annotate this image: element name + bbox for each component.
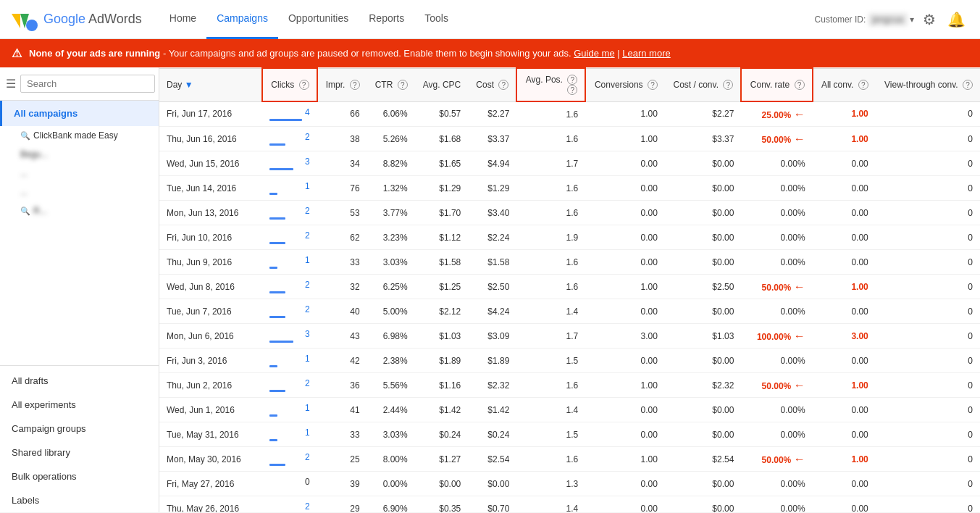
customer-id-value: jengcua xyxy=(868,13,908,26)
cell-ctr: 6.06% xyxy=(367,101,415,127)
cell-view-conv: 0 xyxy=(876,127,980,151)
sidebar-item-bulk-operations[interactable]: Bulk operations xyxy=(0,464,159,488)
cell-all-conv: 0.00 xyxy=(813,201,876,225)
cell-day: Fri, Jun 3, 2016 xyxy=(159,349,262,373)
avg-pos-help-icon[interactable]: ? xyxy=(567,75,577,85)
cell-ctr: 3.03% xyxy=(367,250,415,275)
nav-home[interactable]: Home xyxy=(159,0,206,39)
main-nav: Home Campaigns Opportunities Reports Too… xyxy=(159,0,458,39)
cell-avg-cpc: $1.03 xyxy=(415,324,469,349)
th-view-conv[interactable]: View-through conv. ? xyxy=(876,68,980,101)
table-row: Mon, May 30, 20162258.00%$1.27$2.541.61.… xyxy=(159,447,980,472)
th-avg-cpc[interactable]: Avg. CPC xyxy=(415,68,469,101)
logo-text: Google AdWords xyxy=(43,12,142,27)
customer-id-label: Customer ID: xyxy=(815,14,866,25)
dropdown-arrow-icon[interactable]: ▾ xyxy=(910,14,914,25)
sidebar-item-campaign-groups[interactable]: Campaign groups xyxy=(0,417,159,441)
sidebar-item-all-drafts[interactable]: All drafts xyxy=(0,369,159,393)
clicks-bar xyxy=(269,414,277,417)
cell-cost: $0.24 xyxy=(468,422,516,447)
clicks-link[interactable]: 4 xyxy=(305,107,310,117)
clicks-link[interactable]: 2 xyxy=(305,280,310,290)
nav-campaigns[interactable]: Campaigns xyxy=(206,0,278,39)
avg-pos-help2-icon[interactable]: ? xyxy=(567,85,577,95)
th-cost-conv[interactable]: Cost / conv. ? xyxy=(665,68,741,101)
logo-area: Google AdWords xyxy=(12,7,142,33)
cell-cost: $4.94 xyxy=(468,151,516,176)
customer-id: Customer ID: jengcua ▾ xyxy=(815,13,914,26)
clicks-link[interactable]: 3 xyxy=(305,329,310,339)
cell-avg-pos: 1.6 xyxy=(516,127,585,151)
sidebar-campaign-5[interactable]: 🔍 R... xyxy=(0,201,159,220)
th-impr[interactable]: Impr. ? xyxy=(317,68,367,101)
cell-view-conv: 0 xyxy=(876,398,980,422)
cell-all-conv: 0.00 xyxy=(813,472,876,496)
sidebar-campaign-clickbank[interactable]: 🔍 ClickBank made Easy xyxy=(0,126,159,145)
view-conv-help-icon[interactable]: ? xyxy=(963,80,973,90)
clicks-link[interactable]: 1 xyxy=(305,428,310,438)
clicks-link[interactable]: 2 xyxy=(305,501,310,512)
cell-cost: $1.58 xyxy=(468,250,516,275)
cell-clicks: 2 xyxy=(262,447,317,472)
sidebar-campaign-4[interactable]: ... xyxy=(0,183,159,201)
clicks-link[interactable]: 1 xyxy=(305,255,310,265)
all-conv-help-icon[interactable]: ? xyxy=(858,80,868,90)
clicks-link[interactable]: 2 xyxy=(305,206,310,216)
campaign-name: ... xyxy=(20,168,28,178)
sidebar-item-shared-library[interactable]: Shared library xyxy=(0,441,159,464)
th-all-conv[interactable]: All conv. ? xyxy=(813,68,876,101)
clicks-link[interactable]: 1 xyxy=(305,181,310,191)
sidebar-collapse-icon[interactable]: ☰ xyxy=(6,77,16,91)
all-conv-value: 1.00 xyxy=(851,282,868,292)
cell-conv-rate: 50.00% ← xyxy=(741,127,812,151)
notification-icon[interactable]: 🔔 xyxy=(945,8,968,31)
clicks-help-icon[interactable]: ? xyxy=(299,80,309,90)
th-conversions[interactable]: Conversions ? xyxy=(585,68,665,101)
clicks-link[interactable]: 2 xyxy=(305,304,310,314)
th-avg-pos[interactable]: Avg. Pos. ? ? xyxy=(516,68,585,101)
cell-conv-rate: 0.00% xyxy=(741,201,812,225)
cell-conv-rate: 0.00% xyxy=(741,349,812,373)
conversions-help-icon[interactable]: ? xyxy=(648,80,658,90)
learn-more-link[interactable]: Learn more xyxy=(622,48,670,59)
nav-opportunities[interactable]: Opportunities xyxy=(278,0,359,39)
th-cost[interactable]: Cost ? xyxy=(468,68,516,101)
cell-view-conv: 0 xyxy=(876,496,980,513)
cost-help-icon[interactable]: ? xyxy=(498,80,508,90)
th-clicks[interactable]: Clicks ? xyxy=(262,68,317,101)
sidebar-campaign-3[interactable]: ... xyxy=(0,164,159,183)
clicks-link[interactable]: 2 xyxy=(305,132,310,142)
cell-conversions: 1.00 xyxy=(585,275,665,299)
sidebar-item-all-campaigns[interactable]: All campaigns xyxy=(0,101,159,126)
cell-avg-cpc: $1.65 xyxy=(415,151,469,176)
th-conv-rate[interactable]: Conv. rate ? xyxy=(741,68,812,101)
clicks-bar xyxy=(269,464,285,466)
clicks-bar xyxy=(269,193,277,195)
sidebar-item-labels[interactable]: Labels xyxy=(0,488,159,512)
cell-clicks: 2 xyxy=(262,225,317,250)
clicks-link[interactable]: 2 xyxy=(305,378,310,388)
impr-help-icon[interactable]: ? xyxy=(350,80,360,90)
conv-rate-help-icon[interactable]: ? xyxy=(795,80,805,90)
clicks-link[interactable]: 1 xyxy=(305,354,310,364)
th-day[interactable]: Day ▼ xyxy=(159,68,262,101)
cost-conv-help-icon[interactable]: ? xyxy=(723,80,733,90)
clicks-bar xyxy=(269,439,277,441)
clicks-link[interactable]: 1 xyxy=(305,403,310,413)
clicks-link[interactable]: 2 xyxy=(305,452,310,462)
th-ctr[interactable]: CTR ? xyxy=(367,68,415,101)
clicks-link[interactable]: 3 xyxy=(305,157,310,167)
ctr-help-icon[interactable]: ? xyxy=(398,80,408,90)
nav-reports[interactable]: Reports xyxy=(359,0,414,39)
clicks-link[interactable]: 2 xyxy=(305,230,310,241)
guide-me-link[interactable]: Guide me xyxy=(574,48,614,59)
settings-icon[interactable]: ⚙ xyxy=(920,8,939,31)
sidebar-campaign-2[interactable]: Begu... xyxy=(0,145,159,164)
cell-day: Tue, Jun 14, 2016 xyxy=(159,176,262,201)
cell-conv-rate: 0.00% xyxy=(741,176,812,201)
nav-tools[interactable]: Tools xyxy=(414,0,458,39)
search-input[interactable] xyxy=(20,75,155,93)
campaign-name: Begu... xyxy=(20,149,48,159)
sidebar-item-all-experiments[interactable]: All experiments xyxy=(0,393,159,417)
cell-cost-conv: $0.00 xyxy=(665,299,741,324)
